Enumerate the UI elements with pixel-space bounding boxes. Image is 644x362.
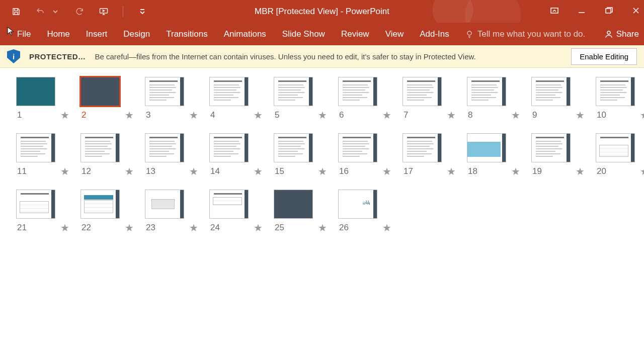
start-from-beginning-icon[interactable]	[99, 7, 109, 17]
slide-number: 21	[17, 223, 27, 233]
slide-thumbnail[interactable]	[209, 133, 249, 162]
protected-view-message: Be careful—files from the Internet can c…	[95, 52, 476, 61]
slide-thumbnail[interactable]	[403, 133, 442, 162]
slide-number: 8	[468, 110, 472, 120]
redo-icon[interactable]	[74, 7, 85, 17]
tab-transitions[interactable]: Transitions	[158, 23, 216, 45]
slide-thumbnail[interactable]	[80, 77, 120, 106]
save-icon[interactable]	[11, 7, 21, 17]
slide-thumbnail[interactable]	[403, 77, 442, 106]
transition-star-icon[interactable]: ★	[254, 223, 263, 233]
enable-editing-button[interactable]: Enable Editing	[571, 48, 637, 65]
slide-thumbnail[interactable]	[274, 133, 313, 162]
slide-cell: 24★	[208, 190, 264, 233]
transition-star-icon[interactable]: ★	[447, 110, 456, 120]
tell-me-search[interactable]: Tell me what you want to do.	[465, 29, 586, 39]
tab-add-ins[interactable]: Add-Ins	[412, 23, 457, 45]
slide-thumbnail[interactable]	[80, 190, 120, 219]
slide-thumbnail[interactable]	[338, 133, 377, 162]
share-label: Share	[616, 29, 639, 39]
undo-dropdown-icon[interactable]	[50, 7, 60, 17]
transition-star-icon[interactable]: ★	[640, 166, 644, 176]
transition-star-icon[interactable]: ★	[254, 110, 263, 120]
slide-thumbnail[interactable]	[467, 133, 506, 162]
slide-thumbnail[interactable]	[16, 133, 55, 162]
tab-label: Animations	[224, 29, 266, 39]
slide-thumbnail[interactable]	[531, 77, 571, 106]
tab-design[interactable]: Design	[115, 23, 158, 45]
transition-star-icon[interactable]: ★	[318, 166, 327, 176]
slide-cell: 13★	[144, 133, 199, 176]
minimize-icon[interactable]	[578, 7, 586, 17]
slide-caption: 14★	[208, 166, 264, 176]
ribbon-display-options-icon[interactable]	[550, 7, 558, 17]
slide-thumbnail[interactable]	[274, 190, 313, 219]
transition-star-icon[interactable]: ★	[447, 166, 456, 176]
slide-caption: 6★	[337, 110, 392, 120]
slide-thumbnail[interactable]	[338, 77, 377, 106]
transition-star-icon[interactable]: ★	[576, 166, 585, 176]
slide-cell: 21★	[15, 190, 70, 233]
slide-thumbnail[interactable]	[596, 77, 635, 106]
slide-caption: 12★	[79, 166, 135, 176]
tab-animations[interactable]: Animations	[216, 23, 274, 45]
slide-cell: 1★	[15, 77, 70, 120]
slide-number: 7	[404, 110, 408, 120]
slide-thumbnail[interactable]	[209, 77, 249, 106]
slide-thumbnail[interactable]	[145, 77, 184, 106]
tab-insert[interactable]: Insert	[78, 23, 116, 45]
tab-review[interactable]: Review	[333, 23, 377, 45]
tab-home[interactable]: Home	[39, 23, 77, 45]
transition-star-icon[interactable]: ★	[125, 110, 134, 120]
slide-thumbnail[interactable]	[16, 77, 55, 106]
transition-star-icon[interactable]: ★	[125, 166, 134, 176]
transition-star-icon[interactable]: ★	[511, 166, 520, 176]
transition-star-icon[interactable]: ★	[60, 110, 69, 120]
transition-star-icon[interactable]: ★	[318, 223, 327, 233]
slide-cell: 22★	[79, 190, 135, 233]
slide-thumbnail[interactable]	[531, 133, 571, 162]
transition-star-icon[interactable]: ★	[189, 223, 198, 233]
slide-number: 12	[82, 166, 91, 176]
transition-star-icon[interactable]: ★	[60, 223, 69, 233]
tab-view[interactable]: View	[377, 23, 412, 45]
window-controls	[550, 7, 644, 17]
transition-star-icon[interactable]: ★	[189, 110, 198, 120]
ribbon-tabs: File Home Insert Design Transitions Anim…	[0, 23, 644, 45]
slide-number: 14	[210, 166, 220, 176]
slide-sorter-grid[interactable]: 1★2★3★4★5★6★7★8★9★10★11★12★13★14★15★16★1…	[0, 68, 644, 242]
transition-star-icon[interactable]: ★	[189, 166, 198, 176]
customize-qat-icon[interactable]	[137, 7, 147, 17]
slide-thumbnail[interactable]	[16, 190, 55, 219]
transition-star-icon[interactable]: ★	[318, 110, 327, 120]
transition-star-icon[interactable]: ★	[382, 166, 391, 176]
transition-star-icon[interactable]: ★	[382, 110, 391, 120]
close-icon[interactable]	[632, 7, 640, 17]
slide-cell: 18★	[466, 133, 521, 176]
slide-thumbnail[interactable]	[80, 133, 120, 162]
transition-star-icon[interactable]: ★	[640, 110, 644, 120]
slide-caption: 23★	[144, 223, 199, 233]
transition-star-icon[interactable]: ★	[254, 166, 263, 176]
slide-thumbnail[interactable]	[145, 190, 184, 219]
slide-caption: 20★	[595, 166, 644, 176]
share-button[interactable]: Share	[599, 29, 644, 39]
tab-slide-show[interactable]: Slide Show	[274, 23, 333, 45]
slide-thumbnail[interactable]	[596, 133, 635, 162]
slide-caption: 11★	[15, 166, 70, 176]
transition-star-icon[interactable]: ★	[125, 223, 134, 233]
transition-star-icon[interactable]: ★	[60, 166, 69, 176]
transition-star-icon[interactable]: ★	[511, 110, 520, 120]
undo-icon[interactable]	[35, 7, 45, 17]
slide-thumbnail[interactable]	[209, 190, 249, 219]
slide-thumbnail[interactable]	[145, 133, 184, 162]
slide-thumbnail[interactable]	[467, 77, 506, 106]
title-bar: MBR [Protected View] - PowerPoint	[0, 0, 644, 23]
transition-star-icon[interactable]: ★	[576, 110, 585, 120]
slide-cell: 2★	[79, 77, 135, 120]
slide-cell: 7★	[401, 77, 457, 120]
restore-icon[interactable]	[605, 7, 613, 17]
slide-thumbnail[interactable]: پایان	[338, 190, 377, 219]
slide-thumbnail[interactable]	[274, 77, 313, 106]
transition-star-icon[interactable]: ★	[382, 223, 391, 233]
